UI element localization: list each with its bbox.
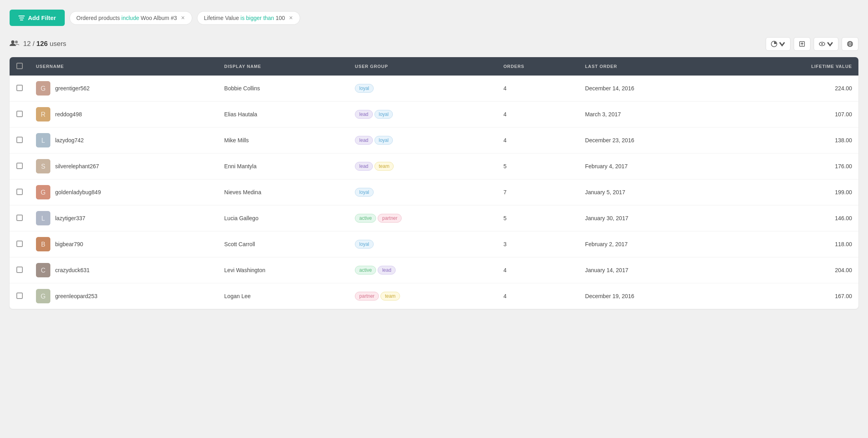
usergroup-cell: partnerteam bbox=[348, 283, 497, 309]
tag-active: active bbox=[355, 214, 376, 223]
username-text: greentiger562 bbox=[55, 85, 90, 92]
settings-button[interactable] bbox=[842, 37, 858, 51]
orders-cell: 4 bbox=[497, 127, 579, 153]
row-checkbox-5[interactable] bbox=[16, 215, 23, 221]
table-row: G greentiger562 Bobbie Collinsloyal4Dece… bbox=[10, 76, 858, 102]
displayname-cell: Levi Washington bbox=[218, 257, 348, 283]
orders-cell: 4 bbox=[497, 257, 579, 283]
row-checkbox-4[interactable] bbox=[16, 189, 23, 195]
username-cell: L lazytiger337 bbox=[30, 205, 218, 231]
globe-icon bbox=[847, 41, 853, 47]
avatar: G bbox=[36, 185, 50, 199]
filter-chip-1: Ordered products include Woo Album #3 × bbox=[70, 11, 192, 25]
svg-text:B: B bbox=[41, 241, 46, 248]
displayname-header[interactable]: DISPLAY NAME bbox=[218, 57, 348, 76]
svg-text:S: S bbox=[41, 163, 46, 170]
usergroup-header[interactable]: USER GROUP bbox=[348, 57, 497, 76]
tag-lead: lead bbox=[378, 266, 396, 275]
username-text: silverelephant267 bbox=[55, 163, 99, 169]
username-text: reddog498 bbox=[55, 111, 82, 117]
displayname-cell: Nieves Medina bbox=[218, 179, 348, 205]
orders-header[interactable]: ORDERS bbox=[497, 57, 579, 76]
displayname-cell: Scott Carroll bbox=[218, 231, 348, 257]
lifetimevalue-cell: 204.00 bbox=[729, 257, 858, 283]
tag-loyal: loyal bbox=[355, 84, 374, 93]
tag-lead: lead bbox=[355, 136, 373, 145]
usergroup-cell: activelead bbox=[348, 257, 497, 283]
lastorder-cell: December 14, 2016 bbox=[579, 76, 729, 102]
filter-chip-2-text: Lifetime Value is bigger than 100 bbox=[204, 15, 285, 21]
usergroup-cell: leadloyal bbox=[348, 102, 497, 127]
username-cell: B bigbear790 bbox=[30, 231, 218, 257]
export-icon bbox=[799, 41, 805, 47]
chart-button[interactable] bbox=[766, 37, 790, 51]
filter-chip-1-close[interactable]: × bbox=[180, 15, 185, 21]
eye-icon bbox=[819, 41, 825, 47]
lifetimevalue-cell: 199.00 bbox=[729, 179, 858, 205]
table-row: R reddog498 Elias Hautalaleadloyal4March… bbox=[10, 102, 858, 127]
row-checkbox-8[interactable] bbox=[16, 293, 23, 299]
row-checkbox-1[interactable] bbox=[16, 111, 23, 117]
orders-cell: 4 bbox=[497, 76, 579, 102]
lastorder-cell: December 19, 2016 bbox=[579, 283, 729, 309]
row-checkbox-6[interactable] bbox=[16, 241, 23, 247]
users-table: USERNAME DISPLAY NAME USER GROUP ORDERS … bbox=[10, 57, 858, 309]
avatar: L bbox=[36, 133, 50, 147]
select-all-checkbox[interactable] bbox=[16, 63, 23, 69]
lastorder-cell: January 5, 2017 bbox=[579, 179, 729, 205]
displayname-cell: Lucia Gallego bbox=[218, 205, 348, 231]
lastorder-header[interactable]: LAST ORDER bbox=[579, 57, 729, 76]
select-all-header bbox=[10, 57, 30, 76]
orders-cell: 5 bbox=[497, 153, 579, 179]
table-row: L lazydog742 Mike Millsleadloyal4Decembe… bbox=[10, 127, 858, 153]
table-row: S silverelephant267 Enni Mantylaleadteam… bbox=[10, 153, 858, 179]
lifetimevalue-header[interactable]: LIFETIME VALUE bbox=[729, 57, 858, 76]
row-checkbox-7[interactable] bbox=[16, 267, 23, 273]
svg-text:C: C bbox=[41, 267, 46, 274]
tag-loyal: loyal bbox=[374, 110, 393, 119]
username-text: bigbear790 bbox=[55, 241, 83, 247]
lifetimevalue-cell: 107.00 bbox=[729, 102, 858, 127]
table-body: G greentiger562 Bobbie Collinsloyal4Dece… bbox=[10, 76, 858, 309]
username-text: lazytiger337 bbox=[55, 215, 86, 221]
avatar: R bbox=[36, 107, 50, 121]
usergroup-cell: leadteam bbox=[348, 153, 497, 179]
table-row: C crazyduck631 Levi Washingtonactivelead… bbox=[10, 257, 858, 283]
lastorder-cell: February 2, 2017 bbox=[579, 231, 729, 257]
lifetimevalue-cell: 138.00 bbox=[729, 127, 858, 153]
username-text: greenleopard253 bbox=[55, 293, 98, 299]
users-icon bbox=[10, 40, 19, 49]
username-cell: S silverelephant267 bbox=[30, 153, 218, 179]
orders-cell: 4 bbox=[497, 102, 579, 127]
usergroup-cell: loyal bbox=[348, 179, 497, 205]
filter-chip-2-close[interactable]: × bbox=[288, 15, 293, 21]
users-table-container: USERNAME DISPLAY NAME USER GROUP ORDERS … bbox=[10, 57, 858, 309]
username-cell: L lazydog742 bbox=[30, 127, 218, 153]
export-button[interactable] bbox=[794, 37, 810, 51]
orders-cell: 7 bbox=[497, 179, 579, 205]
username-cell: C crazyduck631 bbox=[30, 257, 218, 283]
filter-icon bbox=[18, 16, 25, 20]
top-bar: Add Filter Ordered products include Woo … bbox=[10, 10, 858, 26]
displayname-cell: Bobbie Collins bbox=[218, 76, 348, 102]
row-checkbox-3[interactable] bbox=[16, 163, 23, 169]
table-row: G greenleopard253 Logan Leepartnerteam4D… bbox=[10, 283, 858, 309]
orders-cell: 3 bbox=[497, 231, 579, 257]
row-checkbox-2[interactable] bbox=[16, 137, 23, 143]
lifetimevalue-cell: 176.00 bbox=[729, 153, 858, 179]
avatar: L bbox=[36, 211, 50, 225]
table-row: G goldenladybug849 Nieves Medinaloyal7Ja… bbox=[10, 179, 858, 205]
displayname-cell: Logan Lee bbox=[218, 283, 348, 309]
columns-button[interactable] bbox=[814, 37, 838, 51]
svg-point-0 bbox=[11, 40, 14, 44]
avatar: S bbox=[36, 159, 50, 173]
avatar: G bbox=[36, 81, 50, 96]
usergroup-cell: leadloyal bbox=[348, 127, 497, 153]
add-filter-button[interactable]: Add Filter bbox=[10, 10, 65, 26]
table-header: USERNAME DISPLAY NAME USER GROUP ORDERS … bbox=[10, 57, 858, 76]
username-header[interactable]: USERNAME bbox=[30, 57, 218, 76]
svg-text:L: L bbox=[42, 137, 45, 144]
row-checkbox-0[interactable] bbox=[16, 85, 23, 91]
table-row: B bigbear790 Scott Carrollloyal3February… bbox=[10, 231, 858, 257]
svg-text:L: L bbox=[42, 215, 45, 222]
